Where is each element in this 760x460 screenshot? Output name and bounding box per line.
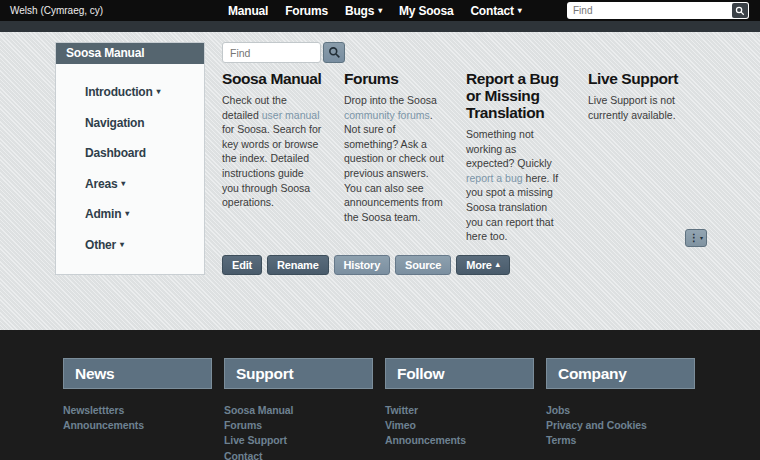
footer-link-soosa-manual[interactable]: Soosa Manual [224,404,293,416]
list-item: Vimeo [385,417,534,432]
footer-section-title: Support [224,358,373,389]
report-a-bug-link[interactable]: report a bug [466,172,523,184]
column-live-support: Live Support Live Support is not current… [588,70,688,244]
footer-link-live-support[interactable]: Live Support [224,434,287,446]
footer-link-contact[interactable]: Contact [224,450,262,460]
caret-down-icon: ▾ [700,235,703,241]
community-forums-link[interactable]: community forums [344,109,430,121]
column-title: Live Support [588,70,688,87]
footer-section-title: Follow [385,358,534,389]
nav-item-manual[interactable]: Manual [228,4,268,18]
footer: News Newslettters Announcements Support … [0,330,760,460]
footer-link-privacy-cookies[interactable]: Privacy and Cookies [546,419,647,431]
caret-down-icon: ▾ [378,7,382,15]
footer-columns: News Newslettters Announcements Support … [0,330,760,460]
footer-link-forums[interactable]: Forums [224,419,262,431]
sidebar-item-navigation: Navigation [85,113,196,131]
nav-item-my-soosa[interactable]: My Soosa [399,4,453,18]
sidebar-link-dashboard[interactable]: Dashboard [85,146,146,160]
content-search-button[interactable] [323,42,345,63]
column-forums: Forums Drop into the Soosa community for… [344,70,444,244]
topbar-search-button[interactable] [732,3,748,18]
footer-section-company: Company Jobs Privacy and Cookies Terms [546,358,695,460]
topbar-search [567,2,749,19]
sidebar-title: Soosa Manual [56,43,204,64]
history-button[interactable]: History [334,255,391,275]
sidebar-link-introduction[interactable]: Introduction▾ [85,85,160,99]
footer-section-title: Company [546,358,695,389]
search-icon [735,6,745,16]
footer-link-newsletters[interactable]: Newslettters [63,404,124,416]
secondary-bar [0,21,760,32]
caret-up-icon: ▴ [496,261,500,269]
sidebar-item-other: Other▾ [85,235,196,253]
column-title: Report a Bug or Missing Translation [466,70,566,121]
column-text: Drop into the Soosa community forums. No… [344,93,444,224]
footer-link-announcements[interactable]: Announcements [385,434,466,446]
sidebar-link-other[interactable]: Other▾ [85,238,124,252]
sidebar-link-navigation[interactable]: Navigation [85,116,144,130]
nav-item-contact[interactable]: Contact▾ [470,4,521,18]
source-button[interactable]: Source [395,255,451,275]
sidebar-item-admin: Admin▾ [85,204,196,222]
search-icon [328,46,341,59]
content-search-input[interactable] [222,42,321,63]
sidebar-menu: Introduction▾ Navigation Dashboard Areas… [56,64,204,274]
footer-link-terms[interactable]: Terms [546,434,576,446]
kebab-icon: ⋮ [689,233,699,243]
feature-columns: Soosa Manual Check out the detailed user… [222,70,710,244]
list-item: Live Support [224,432,373,447]
list-item: Jobs [546,402,695,417]
list-item: Newslettters [63,402,212,417]
nav-item-bugs[interactable]: Bugs▾ [345,4,382,18]
list-item: Privacy and Cookies [546,417,695,432]
nav-item-forums[interactable]: Forums [285,4,328,18]
footer-link-jobs[interactable]: Jobs [546,404,570,416]
sidebar-link-admin[interactable]: Admin▾ [85,207,129,221]
caret-down-icon: ▾ [120,241,124,249]
footer-link-twitter[interactable]: Twitter [385,404,418,416]
list-item: Announcements [63,417,212,432]
sidebar-link-areas[interactable]: Areas▾ [85,177,125,191]
content-search [222,42,345,63]
column-text: Something not working as expected? Quick… [466,127,566,244]
footer-section-title: News [63,358,212,389]
edit-button[interactable]: Edit [222,255,262,275]
footer-section-follow: Follow Twitter Vimeo Announcements [385,358,534,460]
more-button[interactable]: More▴ [456,255,509,275]
list-menu-button[interactable]: ⋮ ▾ [685,229,707,247]
language-label: Welsh (Cymraeg, cy) [10,5,103,16]
page-action-toolbar: Edit Rename History Source More▴ [222,255,515,275]
caret-down-icon: ▾ [518,7,522,15]
footer-section-support: Support Soosa Manual Forums Live Support… [224,358,373,460]
list-item: Announcements [385,432,534,447]
footer-link-announcements[interactable]: Announcements [63,419,144,431]
top-nav: Manual Forums Bugs▾ My Soosa Contact▾ [228,0,522,21]
caret-down-icon: ▾ [121,180,125,188]
column-title: Soosa Manual [222,70,322,87]
user-manual-link[interactable]: user manual [262,109,320,121]
sidebar-item-dashboard: Dashboard [85,143,196,161]
list-item: Contact [224,448,373,460]
list-item: Soosa Manual [224,402,373,417]
footer-link-vimeo[interactable]: Vimeo [385,419,416,431]
list-item: Twitter [385,402,534,417]
column-soosa-manual: Soosa Manual Check out the detailed user… [222,70,322,244]
column-report-bug: Report a Bug or Missing Translation Some… [466,70,566,244]
sidebar-item-areas: Areas▾ [85,174,196,192]
sidebar: Soosa Manual Introduction▾ Navigation Da… [55,42,205,275]
caret-down-icon: ▾ [125,210,129,218]
column-title: Forums [344,70,444,87]
list-item: Terms [546,432,695,447]
column-text: Check out the detailed user manual for S… [222,93,322,210]
top-navigation-bar: Welsh (Cymraeg, cy) Manual Forums Bugs▾ … [0,0,760,21]
rename-button[interactable]: Rename [267,255,329,275]
sidebar-item-introduction: Introduction▾ [85,82,196,100]
topbar-search-input[interactable] [568,5,732,16]
column-text: Live Support is not currently available. [588,93,688,122]
caret-down-icon: ▾ [157,88,161,96]
footer-section-news: News Newslettters Announcements [63,358,212,460]
list-item: Forums [224,417,373,432]
